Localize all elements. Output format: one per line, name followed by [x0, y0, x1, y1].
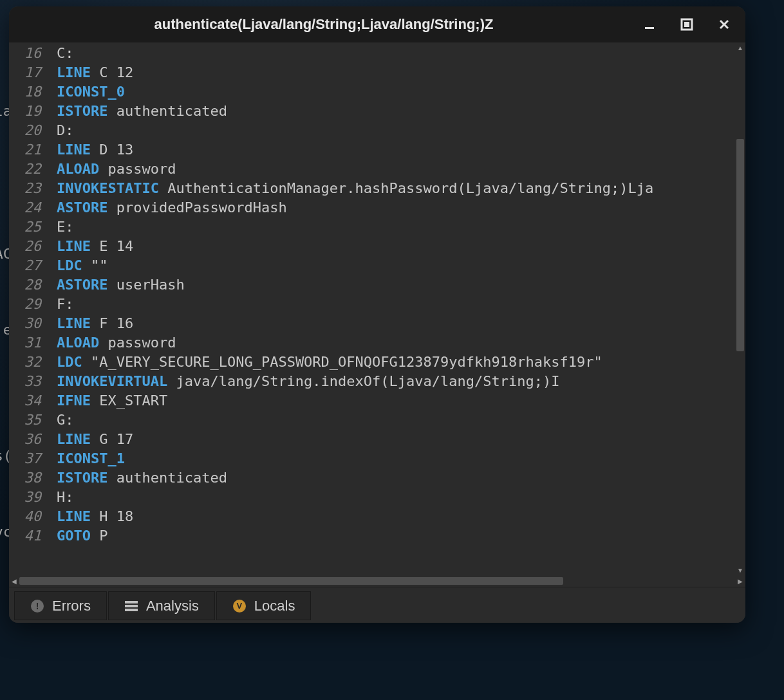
line-number: 33	[9, 372, 41, 391]
titlebar[interactable]: authenticate(Ljava/lang/String;Ljava/lan…	[9, 6, 745, 42]
line-number: 40	[9, 507, 41, 526]
code-line: ASTORE userHash	[57, 275, 735, 295]
code-line: ALOAD password	[57, 160, 735, 179]
code-line: ISTORE authenticated	[57, 468, 735, 488]
code-line: LINE E 14	[57, 237, 735, 256]
desktop-background: laACes(vc authenticate(Ljava/lang/String…	[0, 0, 784, 700]
code-line: H:	[57, 488, 735, 507]
bottom-tabs: ! Errors Analysis V Locals	[9, 587, 745, 623]
code-line: E:	[57, 217, 735, 237]
code-line: LINE F 16	[57, 314, 735, 333]
svg-rect-6	[125, 605, 138, 607]
tab-locals-label: Locals	[254, 598, 295, 614]
line-number: 28	[9, 275, 41, 295]
svg-rect-2	[684, 22, 689, 27]
line-number: 18	[9, 82, 41, 102]
code-line: INVOKESTATIC AuthenticationManager.hashP…	[57, 179, 735, 198]
line-number: 21	[9, 140, 41, 160]
scroll-up-icon[interactable]: ▲	[735, 42, 745, 53]
editor-area: 1617181920212223242526272829303132333435…	[9, 42, 745, 587]
locals-icon: V	[232, 599, 247, 613]
tab-locals[interactable]: V Locals	[216, 591, 312, 620]
window-controls	[640, 15, 734, 34]
svg-rect-5	[125, 601, 138, 603]
editor-body: 1617181920212223242526272829303132333435…	[9, 42, 745, 575]
svg-rect-0	[645, 27, 654, 29]
horizontal-scrollbar[interactable]: ◀ ▶	[9, 575, 745, 587]
close-icon	[718, 19, 730, 30]
line-number: 20	[9, 121, 41, 140]
horizontal-scroll-thumb[interactable]	[19, 577, 563, 585]
line-number: 32	[9, 353, 41, 372]
line-number: 22	[9, 160, 41, 179]
line-number: 27	[9, 256, 41, 275]
scroll-down-icon[interactable]: ▼	[735, 565, 745, 575]
tab-errors[interactable]: ! Errors	[14, 591, 107, 620]
code-line: ISTORE authenticated	[57, 102, 735, 121]
code-line: ASTORE providedPasswordHash	[57, 198, 735, 217]
code-line: LINE G 17	[57, 430, 735, 449]
svg-rect-7	[125, 609, 138, 611]
line-number: 41	[9, 526, 41, 546]
line-number-gutter: 1617181920212223242526272829303132333435…	[9, 42, 48, 575]
code-line: IFNE EX_START	[57, 391, 735, 410]
code-line: LINE H 18	[57, 507, 735, 526]
code-line: ICONST_0	[57, 82, 735, 102]
line-number: 30	[9, 314, 41, 333]
code-line: LINE D 13	[57, 140, 735, 160]
line-number: 37	[9, 449, 41, 468]
maximize-icon	[680, 18, 693, 31]
code-line: ALOAD password	[57, 333, 735, 353]
code-line: F:	[57, 295, 735, 314]
code-line: INVOKEVIRTUAL java/lang/String.indexOf(L…	[57, 372, 735, 391]
line-number: 26	[9, 237, 41, 256]
line-number: 38	[9, 468, 41, 488]
line-number: 16	[9, 44, 41, 63]
horizontal-scroll-track[interactable]	[19, 576, 735, 585]
window-title: authenticate(Ljava/lang/String;Ljava/lan…	[21, 16, 627, 33]
code-line: GOTO P	[57, 526, 735, 546]
minimize-button[interactable]	[640, 15, 659, 34]
line-number: 24	[9, 198, 41, 217]
line-number: 17	[9, 63, 41, 82]
tab-errors-label: Errors	[52, 598, 91, 614]
line-number: 19	[9, 102, 41, 121]
code-line: D:	[57, 121, 735, 140]
scroll-right-icon[interactable]: ▶	[735, 575, 745, 587]
error-icon: !	[30, 599, 44, 613]
scroll-left-icon[interactable]: ◀	[9, 575, 19, 587]
vertical-scrollbar[interactable]: ▲ ▼	[735, 42, 745, 575]
minimize-icon	[644, 19, 655, 30]
line-number: 35	[9, 410, 41, 430]
line-number: 29	[9, 295, 41, 314]
line-number: 31	[9, 333, 41, 353]
line-number: 34	[9, 391, 41, 410]
code-line: ICONST_1	[57, 449, 735, 468]
code-line: C:	[57, 44, 735, 63]
maximize-button[interactable]	[677, 15, 696, 34]
bytecode-viewer-window: authenticate(Ljava/lang/String;Ljava/lan…	[9, 6, 745, 623]
code-content[interactable]: C:LINE C 12ICONST_0ISTORE authenticatedD…	[48, 42, 735, 575]
analysis-icon	[124, 599, 138, 613]
line-number: 23	[9, 179, 41, 198]
code-line: LINE C 12	[57, 63, 735, 82]
code-line: LDC "A_VERY_SECURE_LONG_PASSWORD_OFNQOFG…	[57, 353, 735, 372]
tab-analysis[interactable]: Analysis	[108, 591, 215, 620]
code-line: LDC ""	[57, 256, 735, 275]
line-number: 36	[9, 430, 41, 449]
close-button[interactable]	[714, 15, 734, 34]
vertical-scroll-thumb[interactable]	[736, 139, 744, 351]
line-number: 25	[9, 217, 41, 237]
line-number: 39	[9, 488, 41, 507]
code-line: G:	[57, 410, 735, 430]
tab-analysis-label: Analysis	[146, 598, 199, 614]
